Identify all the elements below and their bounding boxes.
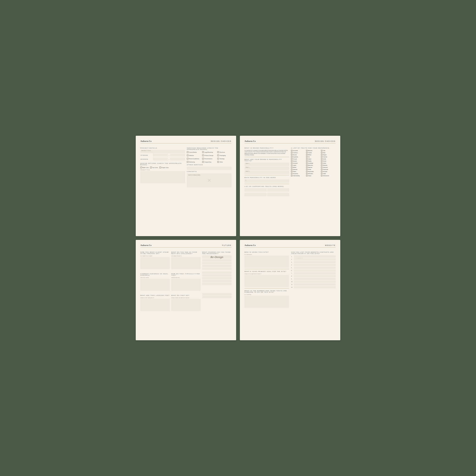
content-input-7[interactable] bbox=[294, 272, 336, 274]
tb-genuine[interactable] bbox=[291, 160, 292, 162]
st-2[interactable] bbox=[267, 188, 289, 191]
tb-brilliant[interactable] bbox=[306, 154, 307, 155]
st-3[interactable] bbox=[244, 193, 267, 196]
deadline-2-day[interactable] bbox=[170, 158, 185, 160]
tb-balanced[interactable] bbox=[306, 150, 307, 151]
trait-2-input[interactable]: TRAIT 2 bbox=[244, 167, 289, 170]
trait-3-input[interactable]: TRAIT 3 bbox=[244, 170, 289, 174]
tb-romantic[interactable] bbox=[321, 171, 322, 172]
tb-selfreliant[interactable] bbox=[306, 173, 307, 174]
tb-courteous[interactable] bbox=[291, 152, 292, 153]
change-2[interactable] bbox=[202, 259, 232, 261]
tb-honest[interactable] bbox=[321, 160, 322, 162]
change-11[interactable] bbox=[202, 293, 232, 295]
main-personality-input[interactable]: 1. bbox=[244, 179, 289, 183]
st-4[interactable] bbox=[267, 193, 289, 196]
tb-feminine[interactable] bbox=[321, 156, 322, 158]
cb-other[interactable] bbox=[217, 161, 219, 163]
change-5[interactable] bbox=[202, 268, 232, 270]
next-challenge-input[interactable] bbox=[171, 257, 201, 269]
cb-presentations[interactable] bbox=[202, 158, 204, 159]
change-3[interactable] bbox=[202, 262, 232, 264]
tb-accessible[interactable] bbox=[291, 150, 292, 151]
tb-modest[interactable] bbox=[291, 167, 292, 168]
tb-healthy[interactable] bbox=[306, 160, 307, 162]
content-input-5[interactable] bbox=[294, 267, 336, 269]
content-input-4[interactable] bbox=[294, 264, 336, 266]
cb-copywriting[interactable] bbox=[202, 161, 204, 163]
tb-patient[interactable] bbox=[291, 171, 292, 172]
tb-calm[interactable] bbox=[321, 150, 322, 151]
tb-meticulous[interactable] bbox=[306, 165, 307, 166]
tb-ornate[interactable] bbox=[306, 169, 307, 170]
cb-product[interactable] bbox=[202, 154, 204, 156]
cb-website[interactable] bbox=[187, 154, 188, 156]
cb-brochure[interactable] bbox=[217, 151, 219, 153]
tb-subtle[interactable] bbox=[321, 173, 322, 174]
cb-packaging[interactable] bbox=[217, 154, 219, 156]
changes-redesign[interactable]: Re-Design bbox=[202, 255, 232, 259]
change-10[interactable] bbox=[202, 283, 232, 285]
content-input-10[interactable] bbox=[294, 281, 336, 283]
find-input[interactable] bbox=[171, 279, 201, 291]
deadline-2-month[interactable] bbox=[153, 158, 168, 160]
tb-scrupulous[interactable] bbox=[291, 173, 292, 174]
tb-discreet[interactable] bbox=[291, 154, 292, 155]
looking-input[interactable] bbox=[140, 299, 170, 311]
content-input-12[interactable] bbox=[294, 286, 336, 289]
tb-moderate[interactable] bbox=[321, 165, 322, 166]
tb-gentle[interactable] bbox=[321, 158, 322, 160]
tb-empathetic[interactable] bbox=[291, 156, 292, 158]
tb-knowledge[interactable] bbox=[306, 162, 307, 164]
content-input-2[interactable] bbox=[294, 258, 336, 261]
tb-focused[interactable] bbox=[291, 158, 292, 160]
what-input[interactable] bbox=[171, 299, 201, 311]
tb-observant[interactable] bbox=[321, 167, 322, 168]
deadline-1-day[interactable] bbox=[170, 154, 185, 156]
cb-logo[interactable] bbox=[202, 151, 204, 153]
content-input-6[interactable] bbox=[294, 269, 336, 272]
tb-venturesome[interactable] bbox=[321, 175, 322, 176]
cb-marketing[interactable] bbox=[187, 161, 188, 163]
content-input-3[interactable] bbox=[294, 261, 336, 263]
tb-unique[interactable] bbox=[306, 175, 307, 176]
change-8[interactable] bbox=[202, 277, 232, 279]
deadline-1-month[interactable] bbox=[153, 154, 168, 156]
cb-social[interactable] bbox=[187, 151, 188, 153]
content-input-11[interactable] bbox=[294, 283, 336, 286]
number-one-input[interactable] bbox=[244, 296, 289, 308]
tb-creative[interactable] bbox=[306, 152, 307, 153]
tb-optimistic[interactable] bbox=[291, 169, 292, 170]
tb-elegant[interactable] bbox=[321, 154, 322, 155]
cb-strategy[interactable] bbox=[217, 158, 219, 159]
st-1[interactable] bbox=[244, 188, 267, 191]
checkbox-bw[interactable] bbox=[140, 167, 142, 168]
checkbox-full[interactable] bbox=[150, 167, 152, 168]
who-using-input[interactable] bbox=[244, 256, 289, 268]
change-4[interactable] bbox=[202, 265, 232, 267]
tb-gallant[interactable] bbox=[306, 158, 307, 160]
tb-deep[interactable] bbox=[321, 152, 322, 153]
tb-responsible[interactable] bbox=[306, 171, 307, 172]
project-title-tall[interactable] bbox=[140, 171, 185, 183]
tb-logical[interactable] bbox=[291, 165, 292, 166]
change-7[interactable] bbox=[202, 274, 232, 277]
tb-liberal[interactable] bbox=[321, 162, 322, 164]
trait-1-input[interactable]: TRAIT 1 bbox=[244, 163, 289, 166]
content-input-8[interactable] bbox=[294, 275, 336, 277]
tb-passionate[interactable] bbox=[321, 169, 322, 170]
checkbox-single[interactable] bbox=[159, 167, 161, 168]
content-input-9[interactable] bbox=[294, 278, 336, 280]
cb-brand[interactable] bbox=[187, 158, 188, 159]
tb-understanding[interactable] bbox=[291, 175, 292, 176]
change-12[interactable] bbox=[202, 296, 232, 298]
primary-goal-input[interactable] bbox=[244, 275, 289, 287]
sketch-area[interactable]: SKETCH IDEAS HERE ✕ bbox=[187, 173, 232, 187]
tb-fair[interactable] bbox=[306, 156, 307, 158]
other-services-input[interactable] bbox=[187, 167, 232, 170]
project-title-input[interactable]: PROJECT TITLE bbox=[140, 150, 185, 153]
how-want-input[interactable] bbox=[140, 257, 170, 269]
audience-input[interactable] bbox=[140, 279, 170, 291]
change-6[interactable] bbox=[202, 272, 232, 274]
tb-objective[interactable] bbox=[306, 167, 307, 168]
